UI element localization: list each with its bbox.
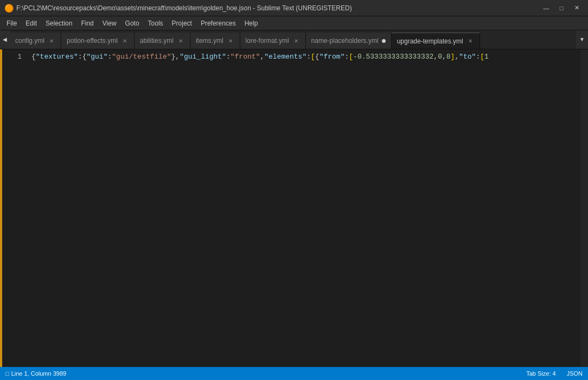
tab-scroll-left-button[interactable]: ◀ xyxy=(0,30,10,49)
tab-label-name-placeholders: name-placeholders.yml xyxy=(311,37,379,45)
menu-item-preferences[interactable]: Preferences xyxy=(196,17,240,29)
close-button[interactable]: ✕ xyxy=(570,3,584,14)
tab-abilities[interactable]: abilities.yml✕ xyxy=(135,33,190,49)
status-left: □ Line 1, Column 3989 xyxy=(5,370,66,377)
menu-item-selection[interactable]: Selection xyxy=(41,17,76,29)
tab-items[interactable]: items.yml✕ xyxy=(190,33,240,49)
tab-modified-dot-name-placeholders xyxy=(382,39,386,43)
tab-label-items: items.yml xyxy=(196,37,223,45)
status-right: Tab Size: 4 JSON xyxy=(526,370,583,377)
status-icon: □ xyxy=(5,370,9,377)
tab-close-lore[interactable]: ✕ xyxy=(292,37,300,45)
tab-label-config: config.yml xyxy=(15,37,44,45)
tab-close-potion[interactable]: ✕ xyxy=(121,37,129,45)
menu-item-project[interactable]: Project xyxy=(168,17,196,29)
tab-bar: ◀ config.yml✕potion-effects.yml✕abilitie… xyxy=(0,30,588,49)
menu-item-file[interactable]: File xyxy=(2,17,21,29)
menu-item-goto[interactable]: Goto xyxy=(121,17,144,29)
minimize-button[interactable]: — xyxy=(539,3,553,14)
status-bar: □ Line 1, Column 3989 Tab Size: 4 JSON xyxy=(0,367,588,380)
menu-item-find[interactable]: Find xyxy=(76,17,98,29)
title-left: 🟠 F:\PCL2\MC\resourcepacks\Demo\assets\m… xyxy=(4,4,352,12)
tab-label-lore: lore-format.yml xyxy=(246,37,289,45)
menu-item-edit[interactable]: Edit xyxy=(21,17,41,29)
tab-name-placeholders[interactable]: name-placeholders.yml xyxy=(306,33,392,49)
menu-item-view[interactable]: View xyxy=(98,17,121,29)
status-position[interactable]: Line 1, Column 3989 xyxy=(11,370,67,377)
tab-potion[interactable]: potion-effects.yml✕ xyxy=(61,33,135,49)
tab-label-potion: potion-effects.yml xyxy=(67,37,118,45)
menu-bar: FileEditSelectionFindViewGotoToolsProjec… xyxy=(0,16,588,30)
tab-lore[interactable]: lore-format.yml✕ xyxy=(240,33,306,49)
tab-close-config[interactable]: ✕ xyxy=(48,37,55,45)
vertical-scrollbar[interactable] xyxy=(580,49,588,367)
tab-config[interactable]: config.yml✕ xyxy=(10,33,61,49)
code-line-1: {"textures":{"gui":"gui/testfile"},"gui_… xyxy=(31,52,580,62)
tab-close-upgrade-templates[interactable]: ✕ xyxy=(466,37,474,45)
status-tab-size[interactable]: Tab Size: 4 xyxy=(526,370,555,377)
status-syntax[interactable]: JSON xyxy=(567,370,583,377)
tab-close-abilities[interactable]: ✕ xyxy=(177,37,184,45)
tab-list: config.yml✕potion-effects.yml✕abilities.… xyxy=(10,33,576,49)
title-text: F:\PCL2\MC\resourcepacks\Demo\assets\min… xyxy=(16,4,352,12)
tab-overflow-button[interactable]: ▼ xyxy=(576,30,588,49)
tab-label-upgrade-templates: upgrade-templates.yml xyxy=(397,37,463,45)
maximize-button[interactable]: □ xyxy=(554,3,568,14)
line-number-1: 1 xyxy=(2,52,27,62)
menu-item-tools[interactable]: Tools xyxy=(144,17,168,29)
tab-upgrade-templates[interactable]: upgrade-templates.yml✕ xyxy=(392,33,480,49)
window-controls: — □ ✕ xyxy=(539,3,584,14)
tab-close-items[interactable]: ✕ xyxy=(227,37,234,45)
app-icon: 🟠 xyxy=(4,4,13,12)
editor: 1 {"textures":{"gui":"gui/testfile"},"gu… xyxy=(0,49,588,367)
tab-label-abilities: abilities.yml xyxy=(140,37,174,45)
line-gutter: 1 xyxy=(2,49,27,367)
title-bar: 🟠 F:\PCL2\MC\resourcepacks\Demo\assets\m… xyxy=(0,0,588,16)
menu-item-help[interactable]: Help xyxy=(240,17,263,29)
code-area[interactable]: {"textures":{"gui":"gui/testfile"},"gui_… xyxy=(27,49,580,367)
